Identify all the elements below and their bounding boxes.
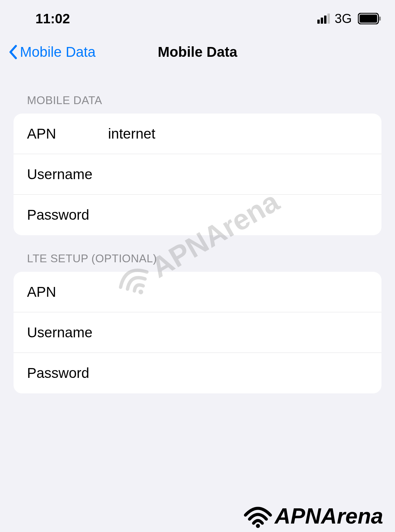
- page-title: Mobile Data: [158, 44, 237, 60]
- svg-rect-2: [379, 17, 381, 21]
- chevron-left-icon: [8, 45, 17, 59]
- lte-username-label: Username: [27, 324, 108, 341]
- section-header-lte-setup: LTE SETUP (OPTIONAL): [0, 235, 395, 272]
- lte-apn-row[interactable]: APN: [14, 272, 381, 312]
- username-input[interactable]: [108, 166, 368, 183]
- status-bar: 11:02 3G: [0, 0, 395, 34]
- lte-password-label: Password: [27, 365, 108, 381]
- battery-icon: [358, 13, 381, 24]
- lte-apn-label: APN: [27, 284, 108, 300]
- password-label: Password: [27, 207, 108, 223]
- apn-label: APN: [27, 126, 108, 142]
- username-label: Username: [27, 166, 108, 183]
- status-time: 11:02: [35, 11, 70, 26]
- section-header-mobile-data: MOBILE DATA: [0, 77, 395, 114]
- settings-group-mobile-data: APN Username Password: [14, 114, 381, 235]
- lte-password-input[interactable]: [108, 365, 368, 381]
- svg-point-4: [256, 524, 260, 528]
- settings-group-lte-setup: APN Username Password: [14, 272, 381, 393]
- navigation-bar: Mobile Data Mobile Data: [0, 34, 395, 77]
- cellular-signal-icon: [317, 14, 330, 24]
- username-row[interactable]: Username: [14, 154, 381, 195]
- apn-input[interactable]: [108, 126, 368, 142]
- watermark-bottom: APNArena: [243, 503, 383, 529]
- lte-username-row[interactable]: Username: [14, 312, 381, 353]
- lte-username-input[interactable]: [108, 324, 368, 341]
- password-input[interactable]: [108, 207, 368, 223]
- lte-password-row[interactable]: Password: [14, 353, 381, 393]
- back-label: Mobile Data: [20, 44, 96, 60]
- apn-row[interactable]: APN: [14, 114, 381, 154]
- wifi-icon: [243, 504, 273, 528]
- network-type: 3G: [335, 11, 352, 26]
- svg-rect-1: [360, 15, 377, 23]
- password-row[interactable]: Password: [14, 195, 381, 235]
- back-button[interactable]: Mobile Data: [8, 44, 96, 60]
- status-indicators: 3G: [317, 11, 381, 26]
- lte-apn-input[interactable]: [108, 284, 368, 300]
